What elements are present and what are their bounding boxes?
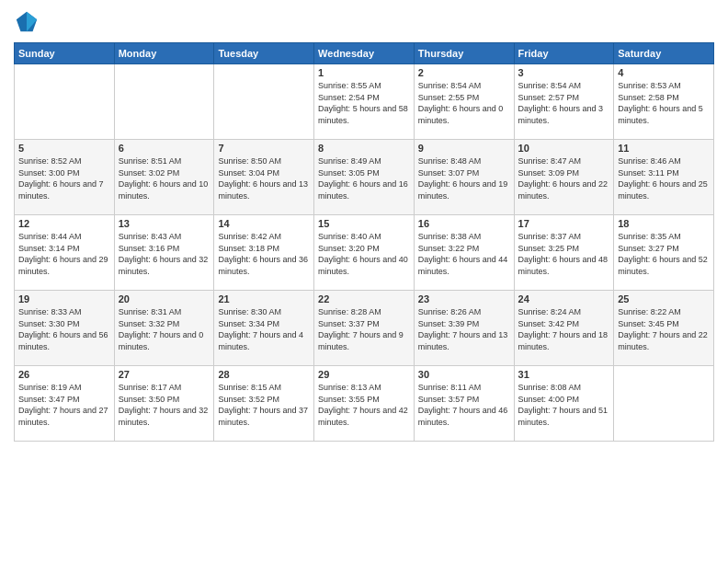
day-info: Sunrise: 8:40 AM Sunset: 3:20 PM Dayligh…	[318, 231, 410, 277]
day-info: Sunrise: 8:43 AM Sunset: 3:16 PM Dayligh…	[119, 231, 210, 277]
weekday-header-monday: Monday	[114, 43, 214, 64]
day-info: Sunrise: 8:17 AM Sunset: 3:50 PM Dayligh…	[119, 382, 210, 428]
weekday-row: SundayMondayTuesdayWednesdayThursdayFrid…	[15, 43, 714, 64]
day-number: 26	[18, 369, 110, 380]
calendar-header: SundayMondayTuesdayWednesdayThursdayFrid…	[15, 43, 714, 64]
day-number: 3	[518, 67, 610, 78]
day-cell: 21Sunrise: 8:30 AM Sunset: 3:34 PM Dayli…	[214, 291, 314, 366]
day-cell	[114, 64, 214, 140]
day-number: 20	[119, 293, 210, 304]
day-cell: 20Sunrise: 8:31 AM Sunset: 3:32 PM Dayli…	[114, 291, 214, 366]
day-info: Sunrise: 8:50 AM Sunset: 3:04 PM Dayligh…	[218, 155, 310, 201]
day-cell: 6Sunrise: 8:51 AM Sunset: 3:02 PM Daylig…	[114, 140, 214, 215]
day-info: Sunrise: 8:53 AM Sunset: 2:58 PM Dayligh…	[618, 80, 710, 126]
day-cell	[614, 366, 714, 442]
day-info: Sunrise: 8:31 AM Sunset: 3:32 PM Dayligh…	[119, 306, 210, 352]
day-number: 31	[518, 369, 610, 380]
day-cell: 5Sunrise: 8:52 AM Sunset: 3:00 PM Daylig…	[15, 140, 115, 215]
week-row-3: 12Sunrise: 8:44 AM Sunset: 3:14 PM Dayli…	[15, 215, 714, 291]
week-row-4: 19Sunrise: 8:33 AM Sunset: 3:30 PM Dayli…	[15, 291, 714, 366]
day-number: 15	[318, 218, 410, 229]
day-cell: 8Sunrise: 8:49 AM Sunset: 3:05 PM Daylig…	[314, 140, 415, 215]
day-number: 1	[318, 67, 410, 78]
day-info: Sunrise: 8:47 AM Sunset: 3:09 PM Dayligh…	[518, 155, 610, 201]
day-number: 14	[218, 218, 310, 229]
day-cell: 28Sunrise: 8:15 AM Sunset: 3:52 PM Dayli…	[214, 366, 314, 442]
day-cell: 16Sunrise: 8:38 AM Sunset: 3:22 PM Dayli…	[414, 215, 514, 291]
calendar-body: 1Sunrise: 8:55 AM Sunset: 2:54 PM Daylig…	[15, 64, 714, 442]
weekday-header-friday: Friday	[514, 43, 614, 64]
day-cell: 23Sunrise: 8:26 AM Sunset: 3:39 PM Dayli…	[414, 291, 514, 366]
day-info: Sunrise: 8:37 AM Sunset: 3:25 PM Dayligh…	[518, 231, 610, 277]
logo-icon	[14, 9, 40, 35]
day-number: 30	[418, 369, 510, 380]
day-info: Sunrise: 8:46 AM Sunset: 3:11 PM Dayligh…	[618, 155, 710, 201]
day-cell: 12Sunrise: 8:44 AM Sunset: 3:14 PM Dayli…	[15, 215, 115, 291]
day-info: Sunrise: 8:49 AM Sunset: 3:05 PM Dayligh…	[318, 155, 410, 201]
day-number: 13	[119, 218, 210, 229]
day-info: Sunrise: 8:22 AM Sunset: 3:45 PM Dayligh…	[618, 306, 710, 352]
day-cell: 13Sunrise: 8:43 AM Sunset: 3:16 PM Dayli…	[114, 215, 214, 291]
day-number: 24	[518, 293, 610, 304]
day-info: Sunrise: 8:30 AM Sunset: 3:34 PM Dayligh…	[218, 306, 310, 352]
day-number: 22	[318, 293, 410, 304]
day-info: Sunrise: 8:42 AM Sunset: 3:18 PM Dayligh…	[218, 231, 310, 277]
day-info: Sunrise: 8:15 AM Sunset: 3:52 PM Dayligh…	[218, 382, 310, 428]
day-info: Sunrise: 8:51 AM Sunset: 3:02 PM Dayligh…	[119, 155, 210, 201]
day-info: Sunrise: 8:26 AM Sunset: 3:39 PM Dayligh…	[418, 306, 510, 352]
day-cell: 4Sunrise: 8:53 AM Sunset: 2:58 PM Daylig…	[614, 64, 714, 140]
day-cell: 3Sunrise: 8:54 AM Sunset: 2:57 PM Daylig…	[514, 64, 614, 140]
day-cell: 7Sunrise: 8:50 AM Sunset: 3:04 PM Daylig…	[214, 140, 314, 215]
weekday-header-thursday: Thursday	[414, 43, 514, 64]
day-cell: 26Sunrise: 8:19 AM Sunset: 3:47 PM Dayli…	[15, 366, 115, 442]
day-cell: 9Sunrise: 8:48 AM Sunset: 3:07 PM Daylig…	[414, 140, 514, 215]
day-number: 18	[618, 218, 710, 229]
day-number: 17	[518, 218, 610, 229]
weekday-header-wednesday: Wednesday	[314, 43, 415, 64]
day-info: Sunrise: 8:33 AM Sunset: 3:30 PM Dayligh…	[18, 306, 110, 352]
day-info: Sunrise: 8:13 AM Sunset: 3:55 PM Dayligh…	[318, 382, 410, 428]
day-cell: 30Sunrise: 8:11 AM Sunset: 3:57 PM Dayli…	[414, 366, 514, 442]
day-info: Sunrise: 8:38 AM Sunset: 3:22 PM Dayligh…	[418, 231, 510, 277]
day-info: Sunrise: 8:24 AM Sunset: 3:42 PM Dayligh…	[518, 306, 610, 352]
day-cell	[214, 64, 314, 140]
day-info: Sunrise: 8:54 AM Sunset: 2:55 PM Dayligh…	[418, 80, 510, 126]
day-info: Sunrise: 8:52 AM Sunset: 3:00 PM Dayligh…	[18, 155, 110, 201]
day-cell: 14Sunrise: 8:42 AM Sunset: 3:18 PM Dayli…	[214, 215, 314, 291]
day-number: 2	[418, 67, 510, 78]
day-cell: 11Sunrise: 8:46 AM Sunset: 3:11 PM Dayli…	[614, 140, 714, 215]
day-cell: 10Sunrise: 8:47 AM Sunset: 3:09 PM Dayli…	[514, 140, 614, 215]
day-number: 29	[318, 369, 410, 380]
day-number: 4	[618, 67, 710, 78]
day-cell: 1Sunrise: 8:55 AM Sunset: 2:54 PM Daylig…	[314, 64, 415, 140]
day-cell: 29Sunrise: 8:13 AM Sunset: 3:55 PM Dayli…	[314, 366, 415, 442]
day-info: Sunrise: 8:28 AM Sunset: 3:37 PM Dayligh…	[318, 306, 410, 352]
week-row-5: 26Sunrise: 8:19 AM Sunset: 3:47 PM Dayli…	[15, 366, 714, 442]
weekday-header-tuesday: Tuesday	[214, 43, 314, 64]
day-number: 5	[18, 143, 110, 154]
day-number: 27	[119, 369, 210, 380]
day-number: 7	[218, 143, 310, 154]
week-row-2: 5Sunrise: 8:52 AM Sunset: 3:00 PM Daylig…	[15, 140, 714, 215]
weekday-header-sunday: Sunday	[15, 43, 115, 64]
day-number: 8	[318, 143, 410, 154]
day-cell	[15, 64, 115, 140]
day-info: Sunrise: 8:08 AM Sunset: 4:00 PM Dayligh…	[518, 382, 610, 428]
day-number: 25	[618, 293, 710, 304]
day-info: Sunrise: 8:11 AM Sunset: 3:57 PM Dayligh…	[418, 382, 510, 428]
day-number: 21	[218, 293, 310, 304]
day-cell: 24Sunrise: 8:24 AM Sunset: 3:42 PM Dayli…	[514, 291, 614, 366]
calendar: SundayMondayTuesdayWednesdayThursdayFrid…	[14, 42, 714, 442]
weekday-header-saturday: Saturday	[614, 43, 714, 64]
day-info: Sunrise: 8:55 AM Sunset: 2:54 PM Dayligh…	[318, 80, 410, 126]
day-number: 9	[418, 143, 510, 154]
day-cell: 31Sunrise: 8:08 AM Sunset: 4:00 PM Dayli…	[514, 366, 614, 442]
day-cell: 19Sunrise: 8:33 AM Sunset: 3:30 PM Dayli…	[15, 291, 115, 366]
day-cell: 2Sunrise: 8:54 AM Sunset: 2:55 PM Daylig…	[414, 64, 514, 140]
day-cell: 18Sunrise: 8:35 AM Sunset: 3:27 PM Dayli…	[614, 215, 714, 291]
day-info: Sunrise: 8:48 AM Sunset: 3:07 PM Dayligh…	[418, 155, 510, 201]
day-info: Sunrise: 8:19 AM Sunset: 3:47 PM Dayligh…	[18, 382, 110, 428]
day-number: 10	[518, 143, 610, 154]
header	[14, 9, 714, 35]
day-cell: 15Sunrise: 8:40 AM Sunset: 3:20 PM Dayli…	[314, 215, 415, 291]
